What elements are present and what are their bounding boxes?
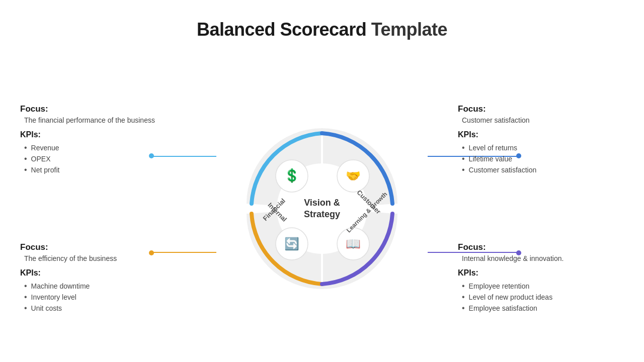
kpi-item: OPEX — [24, 153, 181, 164]
right-panels: Focus: Customer satisfaction KPIs: Level… — [458, 55, 624, 362]
kpi-item: Level of new product ideas — [462, 292, 624, 303]
customer-kpi-label: KPIs: — [458, 130, 624, 139]
svg-text:📖: 📖 — [346, 236, 361, 251]
internal-panel: Focus: The efficiency of the business KP… — [20, 209, 181, 347]
kpi-item: Lifetime value — [462, 153, 624, 164]
learning-kpi-label: KPIs: — [458, 268, 624, 278]
kpi-item: Net profit — [24, 164, 181, 175]
kpi-item: Level of returns — [462, 142, 624, 153]
financial-focus-label: Focus: — [20, 104, 181, 114]
kpi-item: Unit costs — [24, 303, 181, 314]
customer-focus-text: Customer satisfaction — [458, 116, 624, 124]
financial-panel: Focus: The financial performance of the … — [20, 70, 181, 209]
kpi-item: Revenue — [24, 142, 181, 153]
kpi-item: Customer satisfaction — [462, 164, 624, 175]
svg-text:💲: 💲 — [284, 167, 300, 184]
connector-line-financial — [152, 156, 216, 157]
customer-kpi-list: Level of returns Lifetime value Customer… — [458, 142, 624, 175]
learning-panel: Focus: Internal knowledge & innovation. … — [458, 209, 624, 347]
internal-kpi-label: KPIs: — [20, 268, 181, 278]
learning-focus-text: Internal knowledge & innovation. — [458, 254, 624, 262]
left-panels: Focus: The financial performance of the … — [20, 55, 181, 362]
kpi-item: Employee retention — [462, 281, 624, 292]
page-title: Balanced Scorecard Template — [0, 0, 644, 40]
center-diagram: 💲 🤝 🔄 📖 Financial Customer Internal Lear… — [216, 98, 428, 319]
internal-kpi-list: Machine downtime Inventory level Unit co… — [20, 281, 181, 314]
scorecard-diagram: 💲 🤝 🔄 📖 Financial Customer Internal Lear… — [216, 98, 428, 319]
learning-kpi-list: Employee retention Level of new product … — [458, 281, 624, 314]
kpi-item: Employee satisfaction — [462, 303, 624, 314]
financial-focus-text: The financial performance of the busines… — [20, 116, 181, 124]
learning-focus-label: Focus: — [458, 242, 624, 252]
connector-line-internal — [152, 252, 216, 253]
main-content: Focus: The financial performance of the … — [0, 55, 644, 362]
connector-dot-internal — [149, 250, 154, 255]
financial-kpi-list: Revenue OPEX Net profit — [20, 142, 181, 175]
kpi-item: Inventory level — [24, 292, 181, 303]
internal-focus-label: Focus: — [20, 242, 181, 252]
svg-text:🤝: 🤝 — [346, 168, 361, 183]
financial-kpi-label: KPIs: — [20, 130, 181, 139]
customer-focus-label: Focus: — [458, 104, 624, 114]
customer-panel: Focus: Customer satisfaction KPIs: Level… — [458, 70, 624, 209]
kpi-item: Machine downtime — [24, 281, 181, 292]
svg-text:🔄: 🔄 — [284, 236, 299, 251]
internal-focus-text: The efficiency of the business — [20, 254, 181, 262]
